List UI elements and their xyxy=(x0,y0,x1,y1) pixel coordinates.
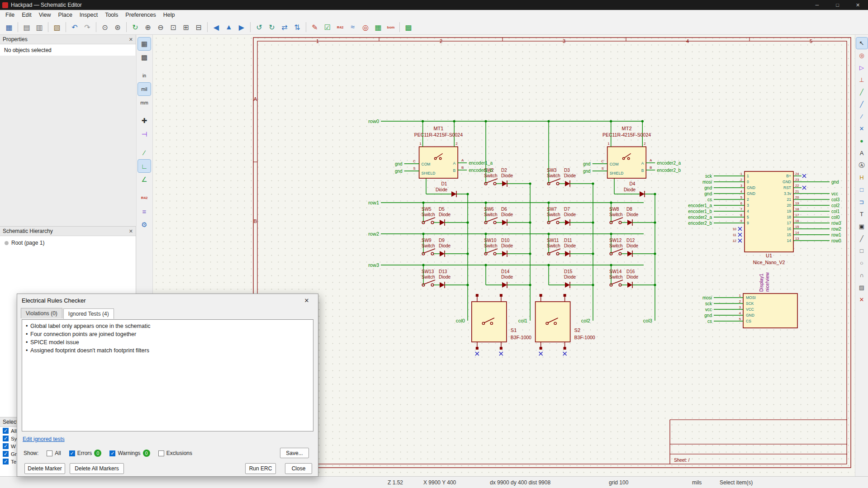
right-toolbar-bus-entry-icon[interactable]: ∕ xyxy=(856,111,868,122)
checkbox[interactable] xyxy=(109,450,115,456)
toolbar-symbol-fields-table-icon[interactable]: R42 xyxy=(334,21,346,33)
checkbox[interactable] xyxy=(3,443,9,449)
menu-help[interactable]: Help xyxy=(160,10,179,19)
menu-preferences[interactable]: Preferences xyxy=(122,10,159,19)
encoder-MT2[interactable]: 12COMSHIELDABgndCgndSencoder2_aAencoder2… xyxy=(583,120,681,178)
diode-D4[interactable]: D4Diode xyxy=(614,178,656,197)
delete-all-markers-button[interactable]: Delete All Markers xyxy=(70,463,124,474)
toolbar-mirror-h-icon[interactable]: ⇄ xyxy=(279,21,290,33)
left-toolbar-crosshair-cursor-icon[interactable]: ✚ xyxy=(138,114,151,127)
right-toolbar-place-power-icon[interactable]: ⊥ xyxy=(856,74,868,85)
switch-cell-D7[interactable]: SW7SwitchD7Diode xyxy=(547,201,594,226)
delete-marker-button[interactable]: Delete Marker xyxy=(24,463,65,474)
edit-ignored-tests-link[interactable]: Edit ignored tests xyxy=(23,436,65,442)
display-Display1[interactable]: Display1nice!viewmosi1MOSIsck2SCKvcc3VCC… xyxy=(702,272,797,328)
toolbar-zoom-out-icon[interactable]: ⊖ xyxy=(155,21,166,33)
right-toolbar-image-tool-icon[interactable]: ▨ xyxy=(856,282,868,293)
switch-cell-D2[interactable]: SW2SwitchD2Diode xyxy=(484,120,531,187)
toolbar-save-icon[interactable]: ▦ xyxy=(3,21,15,33)
close-dialog-button[interactable]: Close xyxy=(285,463,312,474)
toolbar-find-icon[interactable]: ⊙ xyxy=(99,21,111,33)
menu-inspect[interactable]: Inspect xyxy=(76,10,101,19)
left-toolbar-hidden-pins-icon[interactable]: ⊣ xyxy=(138,128,151,141)
menu-tools[interactable]: Tools xyxy=(101,10,122,19)
toolbar-redo-icon[interactable]: ↷ xyxy=(81,21,93,33)
right-toolbar-net-label-icon[interactable]: A xyxy=(856,147,868,159)
right-toolbar-highlight-net-tool-icon[interactable]: ◎ xyxy=(856,50,868,61)
toolbar-refresh-icon[interactable]: ↻ xyxy=(129,21,141,33)
right-toolbar-hierarchical-label-icon[interactable]: H xyxy=(856,172,868,183)
menu-edit[interactable]: Edit xyxy=(18,10,35,19)
right-toolbar-delete-tool-icon[interactable]: ✕ xyxy=(856,294,868,305)
menu-view[interactable]: View xyxy=(35,10,55,19)
right-toolbar-no-connect-icon[interactable]: ✕ xyxy=(856,123,868,134)
switch-cell-D6[interactable]: SW6SwitchD6Diode xyxy=(484,201,531,226)
erc-list-item[interactable]: Global label only appears once in the sc… xyxy=(24,322,311,330)
diode-D1[interactable]: D1Diode xyxy=(426,178,469,197)
close-icon[interactable]: ✕ xyxy=(129,228,133,234)
checkbox[interactable] xyxy=(3,428,9,434)
right-toolbar-place-symbol-icon[interactable]: ▷ xyxy=(856,62,868,73)
erc-filter-errors[interactable]: Errors0 xyxy=(69,450,102,457)
toolbar-edit-symbols-icon[interactable]: ▦ xyxy=(372,21,384,33)
toolbar-nav-back-icon[interactable]: ◀ xyxy=(210,21,222,33)
switch-cell-D11[interactable]: SW11SwitchD11Diode xyxy=(547,232,594,257)
right-toolbar-bus-tool-icon[interactable]: ╱ xyxy=(856,99,868,110)
save-button[interactable]: Save... xyxy=(280,448,309,458)
hierarchy-root-item[interactable]: Root (page 1) xyxy=(0,236,136,250)
close-icon[interactable]: ✕ xyxy=(300,297,313,304)
right-toolbar-rectangle-tool-icon[interactable]: □ xyxy=(856,245,868,256)
right-toolbar-line-tool-icon[interactable]: ╱ xyxy=(856,233,868,244)
menu-file[interactable]: File xyxy=(2,10,18,19)
checkbox[interactable] xyxy=(158,450,164,456)
switch-cell-D10[interactable]: SW10SwitchD10Diode xyxy=(484,232,531,257)
switch-cell-D8[interactable]: SW8SwitchD8Diode xyxy=(609,201,656,226)
switch-cell-D15[interactable]: D15Diode xyxy=(547,264,594,288)
left-toolbar-hv-wire-icon[interactable]: ∟ xyxy=(138,160,151,172)
right-toolbar-arc-tool-icon[interactable]: ∩ xyxy=(856,270,868,281)
toolbar-nav-forward-icon[interactable]: ▶ xyxy=(236,21,247,33)
erc-filter-all[interactable]: All xyxy=(47,450,61,456)
toolbar-paste-icon[interactable]: ▧ xyxy=(51,21,63,33)
checkbox[interactable] xyxy=(69,450,75,456)
toolbar-nav-up-icon[interactable]: ▲ xyxy=(223,21,235,33)
left-toolbar-unit-mm-button[interactable]: mm xyxy=(138,96,151,109)
checkbox[interactable] xyxy=(47,450,52,456)
toolbar-erc-check-icon[interactable]: ☑ xyxy=(322,21,333,33)
minimize-button[interactable]: ─ xyxy=(807,0,827,10)
checkbox[interactable] xyxy=(3,436,9,441)
toolbar-plugin-icon[interactable]: ▩ xyxy=(403,21,414,33)
right-toolbar-junction-icon[interactable]: ● xyxy=(856,135,868,147)
toolbar-highlight-nets-icon[interactable]: ◎ xyxy=(360,21,371,33)
erc-filter-exclusions[interactable]: Exclusions xyxy=(158,450,192,456)
close-icon[interactable]: ✕ xyxy=(129,37,133,43)
toolbar-zoom-to-objects-icon[interactable]: ⊟ xyxy=(193,21,204,33)
maximize-button[interactable]: □ xyxy=(827,0,848,10)
left-toolbar-unit-mils-button[interactable]: mil xyxy=(138,83,151,95)
left-toolbar-free-angle-wire-icon[interactable]: ∕ xyxy=(138,146,151,159)
switch-cell-D12[interactable]: SW12SwitchD12Diode xyxy=(609,232,656,257)
toolbar-rotate-cw-icon[interactable]: ↻ xyxy=(266,21,278,33)
run-erc-button[interactable]: Run ERC xyxy=(245,463,276,474)
switch-cell-D13[interactable]: SW13SwitchD13Diode xyxy=(422,264,469,288)
checkbox[interactable] xyxy=(3,459,9,464)
toolbar-find-replace-icon[interactable]: ⊛ xyxy=(112,21,123,33)
checkbox[interactable] xyxy=(3,451,9,457)
toolbar-bom-icon[interactable]: bom xyxy=(385,21,397,33)
button-S1[interactable]: S1B3F-1000 xyxy=(472,294,531,355)
toolbar-simulate-icon[interactable]: ≈ xyxy=(347,21,359,33)
tab-ignored-tests[interactable]: Ignored Tests (4) xyxy=(63,308,114,319)
encoder-MT1[interactable]: 12COMSHIELDABgndCgndSencoder1_aAencoder1… xyxy=(395,120,493,178)
right-toolbar-textbox-tool-icon[interactable]: ▣ xyxy=(856,221,868,232)
tab-violations[interactable]: Violations (0) xyxy=(21,308,62,318)
close-button[interactable]: ✕ xyxy=(848,0,868,10)
left-toolbar-properties-panel-icon[interactable]: ⚙ xyxy=(138,218,151,231)
toolbar-zoom-to-selection-icon[interactable]: ⊞ xyxy=(180,21,192,33)
toolbar-page-settings-icon[interactable]: ▤ xyxy=(21,21,33,33)
left-toolbar-annotation-refs-icon[interactable]: R42 xyxy=(138,191,151,204)
right-toolbar-select-tool-icon[interactable]: ↖ xyxy=(856,38,868,49)
left-toolbar-grid-overrides-icon[interactable]: ▩ xyxy=(138,51,151,64)
switch-cell-D16[interactable]: SW14SwitchD16Diode xyxy=(609,264,656,288)
left-toolbar-wire-45-icon[interactable]: ∠ xyxy=(138,173,151,186)
toolbar-undo-icon[interactable]: ↶ xyxy=(69,21,81,33)
